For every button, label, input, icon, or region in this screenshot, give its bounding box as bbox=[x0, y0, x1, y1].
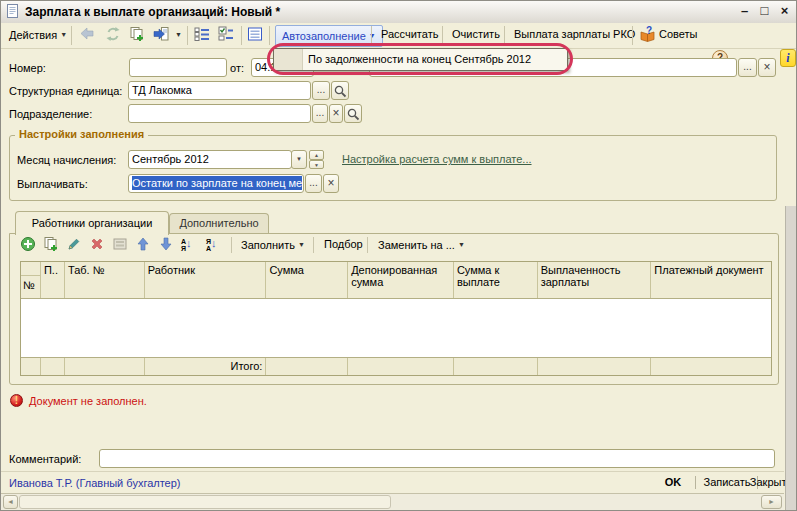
grid-header: № П.. Таб. № Работник Сумма Депонированн… bbox=[21, 262, 771, 299]
column-header-rownum[interactable]: № bbox=[21, 262, 41, 298]
post-dropdown-button[interactable]: ▼ bbox=[170, 25, 184, 45]
close-button[interactable]: × bbox=[776, 3, 793, 20]
magnifier-icon bbox=[346, 107, 360, 121]
column-header-employee[interactable]: Работник bbox=[145, 262, 267, 298]
table-view-button[interactable] bbox=[247, 26, 265, 45]
pay-clear-button[interactable]: × bbox=[323, 174, 339, 193]
department-clear-button[interactable]: × bbox=[329, 104, 343, 123]
structural-unit-search-button[interactable] bbox=[331, 81, 349, 100]
department-input[interactable] bbox=[128, 104, 311, 123]
title-bar: Зарплата к выплате организаций: Новый * … bbox=[1, 1, 796, 24]
structure-icon bbox=[194, 26, 210, 42]
edit-row-button[interactable] bbox=[66, 236, 84, 254]
department-label: Подразделение: bbox=[9, 107, 92, 121]
magnifier-icon bbox=[333, 84, 347, 98]
document-icon bbox=[6, 4, 20, 19]
pick-button[interactable]: Подбор bbox=[318, 235, 369, 255]
column-header-mark[interactable]: П.. bbox=[41, 262, 65, 298]
vertical-scrollbar[interactable] bbox=[785, 206, 797, 510]
ok-button[interactable]: OK bbox=[654, 474, 692, 491]
column-header-sum[interactable]: Сумма bbox=[266, 262, 348, 298]
column-header-pay-doc[interactable]: Платежный документ bbox=[651, 262, 771, 298]
scroll-left-icon[interactable]: ◄ bbox=[3, 495, 18, 509]
tips-button[interactable]: ? Советы bbox=[637, 25, 703, 45]
list-setup-button[interactable] bbox=[218, 26, 236, 45]
spin-up-icon[interactable]: ▲ bbox=[309, 150, 324, 160]
add-icon bbox=[20, 236, 36, 252]
payout-rko-button[interactable]: Выплата зарплаты РКО bbox=[508, 25, 641, 45]
structural-unit-ellipsis-button[interactable]: ... bbox=[312, 81, 330, 100]
tips-question-mark: ? bbox=[646, 21, 652, 40]
column-header-paid-status[interactable]: Выплаченность зарплаты bbox=[538, 262, 652, 298]
tab-additional[interactable]: Дополнительно bbox=[169, 213, 269, 234]
department-search-button[interactable] bbox=[344, 104, 362, 123]
department-ellipsis-button[interactable]: ... bbox=[312, 104, 328, 123]
end-edit-icon bbox=[112, 236, 128, 252]
delete-row-button[interactable] bbox=[89, 236, 107, 254]
move-down-button[interactable] bbox=[158, 236, 176, 254]
replace-with-button[interactable]: Заменить на ...▼ bbox=[372, 235, 471, 255]
copy-add-icon bbox=[43, 236, 59, 252]
checklist-icon bbox=[218, 26, 234, 42]
info-button[interactable]: i bbox=[780, 49, 796, 67]
red-highlight-annotation bbox=[267, 43, 573, 75]
move-up-button[interactable] bbox=[135, 236, 153, 254]
pay-selected-text: Остатки по зарплате на конец ме bbox=[132, 176, 302, 190]
horizontal-scrollbar[interactable]: ◄ ► bbox=[1, 493, 784, 510]
column-header-deposited[interactable]: Депонированная сумма bbox=[348, 262, 454, 298]
structural-unit-input[interactable]: ТД Лакомка bbox=[128, 81, 311, 100]
actions-button[interactable]: Действия▼ bbox=[3, 25, 73, 45]
number-label: Номер: bbox=[9, 61, 46, 75]
refresh-button[interactable] bbox=[105, 26, 123, 45]
maximize-button[interactable]: □ bbox=[756, 3, 773, 20]
header-right-clear-button[interactable]: × bbox=[758, 58, 776, 77]
delete-cross-icon bbox=[89, 236, 105, 252]
minimize-button[interactable]: – bbox=[736, 3, 753, 20]
column-header-sum-to-pay[interactable]: Сумма к выплате bbox=[454, 262, 538, 298]
employees-tab-panel: АЯ↓ ЯА↓ Заполнить▼ Подбор Заменить на ..… bbox=[9, 233, 779, 385]
tab-employees[interactable]: Работники организации bbox=[15, 211, 169, 235]
fill-button[interactable]: Заполнить▼ bbox=[235, 235, 311, 255]
fill-settings-title: Настройки заполнения bbox=[15, 128, 148, 140]
spin-down-icon[interactable]: ▼ bbox=[309, 160, 324, 170]
list-structure-button[interactable] bbox=[194, 26, 212, 45]
sort-asc-button[interactable]: АЯ↓ bbox=[181, 236, 203, 254]
copy-button[interactable] bbox=[129, 26, 147, 45]
comment-label: Комментарий: bbox=[9, 452, 81, 466]
document-window: Зарплата к выплате организаций: Новый * … bbox=[0, 0, 797, 511]
header-right-ellipsis-button[interactable]: ... bbox=[738, 58, 757, 77]
payout-settings-link[interactable]: Настройка расчета сумм к выплате... bbox=[342, 153, 532, 165]
end-edit-button[interactable] bbox=[112, 236, 130, 254]
accrual-month-spinner[interactable]: ▲ ▼ bbox=[309, 150, 324, 169]
clear-button[interactable]: Очистить bbox=[446, 25, 506, 45]
pencil-icon bbox=[66, 236, 82, 252]
horizontal-scroll-thumb[interactable] bbox=[19, 495, 391, 509]
sort-desc-icon: ЯА↓ bbox=[206, 236, 217, 248]
accrual-month-input[interactable]: Сентябрь 2012 bbox=[128, 150, 292, 169]
post-button[interactable] bbox=[153, 26, 171, 45]
pay-input[interactable]: Остатки по зарплате на конец ме bbox=[128, 174, 304, 193]
employees-grid: № П.. Таб. № Работник Сумма Депонированн… bbox=[20, 261, 772, 376]
grid-body-empty[interactable] bbox=[21, 299, 771, 359]
scroll-right-icon[interactable]: ► bbox=[761, 495, 782, 509]
reread-button[interactable] bbox=[79, 26, 97, 45]
accrual-month-dropdown-button[interactable]: ▼ bbox=[291, 150, 307, 169]
structural-unit-label: Структурная единица: bbox=[9, 84, 122, 98]
table-icon bbox=[247, 26, 263, 42]
reread-icon bbox=[79, 26, 95, 42]
total-sum-cell bbox=[266, 358, 348, 375]
sort-desc-button[interactable]: ЯА↓ bbox=[206, 236, 228, 254]
pay-ellipsis-button[interactable]: ... bbox=[305, 174, 322, 193]
number-input[interactable] bbox=[129, 58, 227, 77]
refresh-icon bbox=[105, 26, 121, 42]
column-header-tabnum[interactable]: Таб. № bbox=[65, 262, 145, 298]
sort-asc-icon: АЯ↓ bbox=[181, 236, 192, 248]
comment-input[interactable] bbox=[99, 449, 775, 468]
not-filled-message: Документ не заполнен. bbox=[29, 395, 147, 407]
add-row-button[interactable] bbox=[20, 236, 38, 254]
warning-icon: ! bbox=[10, 394, 23, 407]
grid-footer: Итого: bbox=[21, 357, 771, 375]
chevron-down-icon: ▼ bbox=[458, 241, 465, 248]
calculate-button[interactable]: Рассчитать bbox=[375, 25, 444, 45]
copy-row-button[interactable] bbox=[43, 236, 61, 254]
